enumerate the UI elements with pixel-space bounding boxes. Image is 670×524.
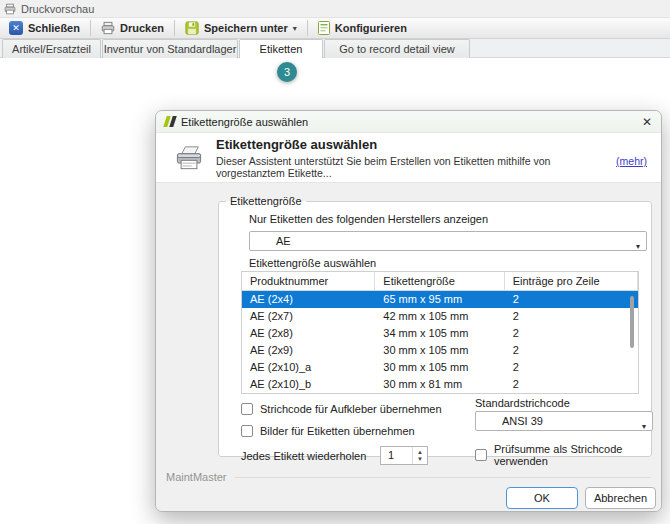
groupbox-legend: Etikettengröße [226, 195, 306, 207]
size-table-label: Etikettengröße auswählen [249, 257, 376, 269]
table-row[interactable]: AE (2x8) 34 mm x 105 mm 2 [242, 325, 638, 342]
toolbar-separator [90, 20, 91, 36]
dialog-description: Dieser Assistent unterstützt Sie beim Er… [216, 155, 608, 179]
repeat-label: Jedes Etikett wiederholen [241, 450, 373, 462]
images-label: Bilder für Etiketten übernehmen [260, 425, 415, 437]
footer-brand-row: MaintMaster [166, 471, 651, 483]
cancel-button[interactable]: Abbrechen [585, 487, 656, 509]
column-header[interactable]: Etikettengröße [375, 272, 504, 290]
table-row[interactable]: AE (2x10)_b 30 mm x 81 mm 2 [242, 376, 638, 393]
dialog-body: Etikettengröße Nur Etiketten des folgend… [156, 183, 661, 512]
spin-down-icon[interactable]: ▼ [417, 456, 423, 463]
table-row[interactable]: AE (2x4) 65 mm x 95 mm 2 [242, 291, 638, 308]
repeat-count-stepper[interactable]: 1 ▲ ▼ [380, 446, 428, 465]
footer-divider [235, 477, 651, 478]
ok-button[interactable]: OK [506, 487, 578, 509]
manufacturer-value: AE [250, 232, 646, 250]
chevron-down-icon: ▾ [293, 24, 297, 33]
repeat-option: Jedes Etikett wiederholen 1 ▲ ▼ [241, 446, 428, 465]
print-label: Drucken [120, 22, 164, 34]
images-checkbox[interactable] [241, 425, 253, 437]
save-as-label: Speichern unter [204, 22, 288, 34]
table-scrollbar[interactable] [630, 296, 634, 348]
dialog-heading: Etikettengröße auswählen [216, 137, 647, 152]
stepper-arrows[interactable]: ▲ ▼ [412, 447, 427, 464]
images-option: Bilder für Etiketten übernehmen [241, 425, 415, 437]
configure-button[interactable]: Konfigurieren [309, 18, 416, 38]
table-row[interactable]: AE (2x7) 42 mm x 105 mm 2 [242, 308, 638, 325]
table-row[interactable]: AE (2x10)_a 30 mm x 105 mm 2 [242, 359, 638, 376]
window-title: Druckvorschau [21, 3, 94, 15]
toolbar: ✕ Schließen Drucken Speichern unter ▾ Ko… [0, 17, 670, 39]
configure-label: Konfigurieren [335, 22, 407, 34]
checksum-option: Prüfsumme als Strichcode verwenden [475, 443, 651, 467]
brand-label: MaintMaster [166, 471, 227, 483]
configure-icon [318, 21, 330, 35]
toolbar-separator [174, 20, 175, 36]
more-link[interactable]: (mehr) [616, 155, 647, 167]
close-icon: ✕ [9, 21, 23, 35]
standard-barcode-value: ANSI 39 [476, 412, 652, 430]
tab-go-to-record-detail-view[interactable]: Go to record detail view [324, 39, 470, 58]
label-size-table: Produktnummer Etikettengröße Einträge pr… [241, 271, 639, 394]
dialog-title-bar: Etikettengröße auswählen ✕ [156, 111, 661, 133]
chevron-down-icon: ▾ [642, 418, 646, 436]
column-header[interactable]: Produktnummer [242, 272, 375, 290]
save-icon [185, 21, 199, 35]
printer-icon [4, 3, 16, 15]
barcode-sticker-label: Strichcode für Aufkleber übernehmen [260, 403, 442, 415]
toolbar-separator [307, 20, 308, 36]
tab-bar: Artikel/Ersatzteil Inventur von Standard… [0, 39, 670, 58]
save-as-button[interactable]: Speichern unter ▾ [176, 18, 306, 38]
manufacturer-select[interactable]: AE ▾ [249, 231, 647, 251]
print-button[interactable]: Drucken [92, 18, 173, 38]
label-size-dialog: Etikettengröße auswählen ✕ Etikettengröß… [155, 110, 662, 512]
printer-icon [101, 21, 115, 35]
spin-up-icon[interactable]: ▲ [417, 449, 423, 456]
standard-barcode-select[interactable]: ANSI 39 ▾ [475, 411, 653, 431]
label-size-groupbox: Etikettengröße Nur Etiketten des folgend… [218, 195, 652, 457]
checksum-checkbox[interactable] [475, 449, 487, 461]
repeat-count-value: 1 [381, 447, 412, 464]
barcode-sticker-option: Strichcode für Aufkleber übernehmen [241, 403, 442, 415]
tab-inventur-von-standardlager[interactable]: Inventur von Standardlager [102, 39, 238, 58]
table-header-row: Produktnummer Etikettengröße Einträge pr… [242, 272, 638, 291]
checksum-label: Prüfsumme als Strichcode verwenden [494, 443, 651, 467]
maintmaster-logo-icon [163, 116, 177, 127]
druckvorschau-window: Druckvorschau ✕ Schließen Drucken Speich… [0, 0, 670, 524]
step-badge: 3 [277, 62, 297, 82]
dialog-close-icon[interactable]: ✕ [642, 115, 652, 129]
close-preview-label: Schließen [28, 22, 80, 34]
tab-etiketten[interactable]: Etiketten [239, 39, 323, 58]
table-row[interactable]: AE (2x9) 30 mm x 105 mm 2 [242, 342, 638, 359]
dialog-title: Etikettengröße auswählen [181, 116, 308, 128]
standard-barcode-label: Standardstrichcode [475, 397, 570, 409]
column-header[interactable]: Einträge pro Zeile [505, 272, 638, 290]
chevron-down-icon: ▾ [636, 238, 640, 256]
close-preview-button[interactable]: ✕ Schließen [0, 18, 89, 38]
tab-artikel-ersatzteil[interactable]: Artikel/Ersatzteil [2, 39, 101, 58]
manufacturer-filter-label: Nur Etiketten des folgenden Herstellers … [249, 213, 488, 225]
window-title-bar: Druckvorschau [0, 0, 670, 17]
barcode-sticker-checkbox[interactable] [241, 403, 253, 415]
printer-icon [174, 145, 204, 171]
dialog-header: Etikettengröße auswählen Dieser Assisten… [156, 133, 661, 183]
